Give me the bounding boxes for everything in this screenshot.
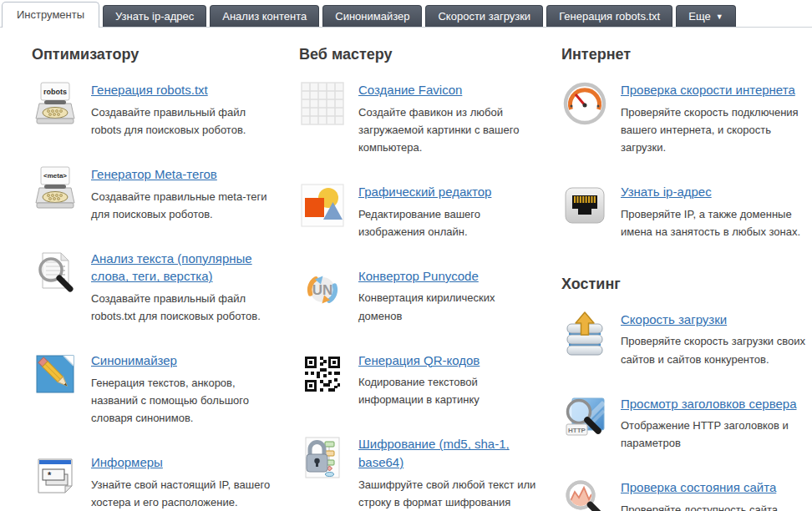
tool-item: Создание Favicon Создайте фавикон из люб… xyxy=(299,80,536,156)
svg-text:HTTP: HTTP xyxy=(568,426,586,433)
tool-item: Графический редактор Редактирование ваше… xyxy=(299,182,536,240)
tool-link-informers[interactable]: Информеры xyxy=(91,455,163,469)
column-internet-hosting: Интернет Проверка скорости интернета Про… xyxy=(561,46,808,511)
tool-item: Генерация QR-кодов Кодирование текстовой… xyxy=(299,351,536,409)
section-header-internet: Интернет xyxy=(561,46,808,63)
favicon-grid-icon xyxy=(299,80,346,127)
speedometer-icon xyxy=(561,80,608,127)
tool-link-punycode[interactable]: Конвертор Punycode xyxy=(358,269,479,283)
tool-link-graphic-editor[interactable]: Графический редактор xyxy=(358,185,491,199)
ethernet-port-icon xyxy=(561,182,608,229)
column-web-masteru: Веб мастеру Создание Favicon Создайте фа… xyxy=(299,46,536,511)
tab-generacia-robots[interactable]: Генерация robots.txt xyxy=(546,5,672,27)
tool-item: * Информеры Узнайте свой настоящий IP, в… xyxy=(32,453,274,511)
tool-description: Зашифруйте свой любой текст или строку в… xyxy=(358,476,536,511)
section-header-optimizatoru: Оптимизатору xyxy=(32,46,274,63)
tab-more-label: Еще xyxy=(688,10,710,23)
svg-text:UN: UN xyxy=(312,282,333,298)
tool-link-synonymizer[interactable]: Синонимайзер xyxy=(91,353,177,367)
tool-link-encryption-md5[interactable]: Шифрование (md5, sha-1, base64) xyxy=(358,437,510,469)
tool-description: Отображение HTTP заголовков и параметров xyxy=(621,417,808,452)
tool-description: Создавайте правильный файл robots.txt дл… xyxy=(91,290,274,325)
synonymizer-icon xyxy=(32,351,79,397)
tool-description: Конвертация кирилических доменов xyxy=(358,289,536,324)
tab-uznat-ip-adres[interactable]: Узнать ip-адрес xyxy=(103,5,206,27)
tool-description: Проверяйте IP, а также доменные имена на… xyxy=(621,205,808,240)
svg-text:robots: robots xyxy=(43,88,67,96)
tab-bar: Инструменты Узнать ip-адрес Анализ конте… xyxy=(0,0,812,28)
tab-more[interactable]: Еще▼ xyxy=(676,5,735,27)
tool-description: Проверяйте доступность сайта, трейс, пин… xyxy=(621,501,808,511)
column-optimizatoru: Оптимизатору robots Генерация robo xyxy=(32,46,274,511)
tool-item: Анализ текста (популярные слова, теги, в… xyxy=(32,249,274,326)
tools-content: Оптимизатору robots Генерация robo xyxy=(0,28,812,511)
tool-description: Узнайте свой настоящий IP, вашего хостер… xyxy=(91,476,274,511)
tool-item: Скорость загрузки Проверяйте скорость за… xyxy=(561,310,808,368)
text-analysis-icon xyxy=(32,249,79,296)
tool-description: Проверяйте скорость подключения вашего и… xyxy=(621,104,808,156)
tool-description: Проверяйте скорость загрузки своих сайто… xyxy=(621,332,808,367)
informers-icon: * xyxy=(32,453,79,499)
tool-link-ip-address[interactable]: Узнать ip-адрес xyxy=(621,185,712,199)
robots-generator-icon: robots xyxy=(32,80,79,127)
tool-item: Узнать ip-адрес Проверяйте IP, а также д… xyxy=(561,182,808,240)
tool-description: Создавайте правильный файл robots для по… xyxy=(91,104,274,139)
tab-skorosti-zagruzki[interactable]: Скорости загрузки xyxy=(425,5,543,27)
http-headers-icon: HTTP xyxy=(561,394,608,441)
meta-generator-icon: <meta> xyxy=(32,164,79,211)
tool-item: Шифрование (md5, sha-1, base64) Зашифруй… xyxy=(299,434,536,511)
graphic-editor-icon xyxy=(299,182,346,229)
tool-description: Редактирование вашего изображения онлайн… xyxy=(358,205,536,240)
section-header-hosting: Хостинг xyxy=(561,276,808,293)
tool-description: Генерация текстов, анкоров, названий с п… xyxy=(91,374,274,427)
site-status-icon xyxy=(561,478,608,511)
encryption-lock-icon xyxy=(299,434,346,481)
punycode-converter-icon: UN xyxy=(299,266,346,313)
tool-link-internet-speed[interactable]: Проверка скорости интернета xyxy=(621,83,795,97)
svg-text:*: * xyxy=(48,470,52,480)
tool-link-qr-codes[interactable]: Генерация QR-кодов xyxy=(358,353,480,367)
tab-instrumenty[interactable]: Инструменты xyxy=(2,2,99,28)
server-upload-icon xyxy=(561,310,608,357)
section-header-web-masteru: Веб мастеру xyxy=(299,46,536,63)
tool-item: <meta> Генератор Meta-тегов Создавайте п… xyxy=(32,164,274,223)
tool-description: Создавайте правильные meta-теги для поис… xyxy=(91,188,274,223)
qr-code-icon xyxy=(299,351,346,397)
tab-sinonimaizer[interactable]: Синонимайзер xyxy=(322,5,422,27)
tool-description: Создайте фавикон из любой загружаемой ка… xyxy=(358,104,536,156)
tool-description: Кодирование текстовой информации в карти… xyxy=(358,373,536,408)
tool-link-site-status[interactable]: Проверка состояния сайта xyxy=(621,480,776,494)
tool-link-favicon[interactable]: Создание Favicon xyxy=(358,83,462,97)
tool-item: Проверка состояния сайта Проверяйте дост… xyxy=(561,478,808,511)
tool-link-server-headers[interactable]: Просмотр заголовков сервера xyxy=(621,397,797,411)
tool-item: UN Конвертор Punycode Конвертация кирили… xyxy=(299,266,536,325)
tool-item: robots Генерация robots.txt Создавайте п… xyxy=(32,80,274,139)
tool-link-load-speed[interactable]: Скорость загрузки xyxy=(621,312,727,326)
tool-link-text-analysis[interactable]: Анализ текста (популярные слова, теги, в… xyxy=(91,251,252,284)
svg-text:<meta>: <meta> xyxy=(43,172,67,180)
tool-item: Проверка скорости интернета Проверяйте с… xyxy=(561,80,808,156)
tool-link-meta-generator[interactable]: Генератор Meta-тегов xyxy=(91,167,217,181)
tool-item: Синонимайзер Генерация текстов, анкоров,… xyxy=(32,351,274,427)
chevron-down-icon: ▼ xyxy=(716,13,723,21)
tool-link-robots-generator[interactable]: Генерация robots.txt xyxy=(91,83,208,97)
tool-item: HTTP Просмотр заголовков сервера Отображ… xyxy=(561,394,808,453)
tab-analiz-kontenta[interactable]: Анализ контента xyxy=(210,5,319,27)
